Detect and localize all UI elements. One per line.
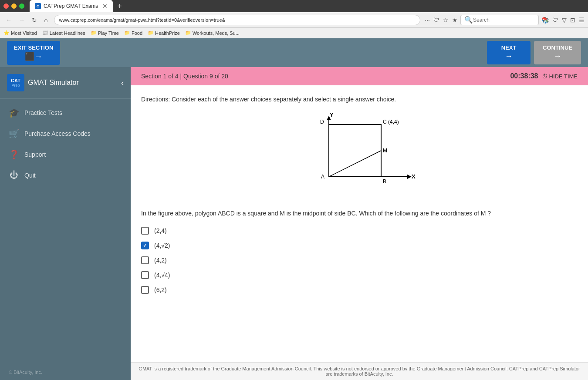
tab-favicon: C xyxy=(35,3,41,9)
search-input[interactable] xyxy=(473,17,534,23)
bookmark-latest-headlines[interactable]: 📰 Latest Headlines xyxy=(42,30,85,36)
answer-item-a: (2,4) xyxy=(141,227,578,235)
timer-display: 00:38:38 xyxy=(510,72,538,80)
next-label: NEXT xyxy=(501,44,517,51)
question-area: Section 1 of 4 | Question 9 of 20 00:38:… xyxy=(131,67,588,380)
sidebar-item-purchase-access[interactable]: 🛒 Purchase Access Codes xyxy=(0,123,131,144)
hide-time-button[interactable]: ⏱ HIDE TIME xyxy=(542,73,578,80)
browser-tab[interactable]: C CATPrep GMAT Exams ✕ xyxy=(30,0,113,12)
answer-item-c: (4,2) xyxy=(141,256,578,264)
bookmark-workouts[interactable]: 📁 Workouts, Meds, Su... xyxy=(185,30,240,36)
folder-icon: 📁 xyxy=(91,30,97,36)
graduation-cap-icon: 🎓 xyxy=(9,108,19,118)
bookmark-healthprize[interactable]: 📁 HealthPrize xyxy=(148,30,180,36)
star-icon[interactable]: ☆ xyxy=(443,17,449,24)
sidebar-footer: © BitAcuity, Inc. xyxy=(0,364,131,380)
folder-icon4: 📁 xyxy=(185,30,191,36)
graph-container: X Y A B C (4,4) D M xyxy=(141,111,578,198)
sidebar: CAT Prep GMAT Simulator ‹ 🎓 Practice Tes… xyxy=(0,67,131,380)
checkbox-c[interactable] xyxy=(141,256,149,264)
bookmark-most-visited[interactable]: ⭐ Most Visited xyxy=(3,30,37,36)
exit-section-label: EXIT SECTION xyxy=(14,44,53,51)
question-content: Directions: Consider each of the answer … xyxy=(131,85,588,362)
directions-text: Directions: Consider each of the answer … xyxy=(141,96,578,103)
shield-icon[interactable]: 🛡 xyxy=(433,17,439,24)
practice-tests-label: Practice Tests xyxy=(24,109,62,116)
browser-nav-icons: ··· 🛡 ☆ ★ xyxy=(425,17,458,24)
main-area: CAT Prep GMAT Simulator ‹ 🎓 Practice Tes… xyxy=(0,67,588,380)
checkbox-b[interactable] xyxy=(141,242,149,249)
section-info: Section 1 of 4 | Question 9 of 20 xyxy=(141,73,228,80)
tab-title: CATPrep GMAT Exams xyxy=(44,3,98,9)
bookmark-label: Most Visited xyxy=(11,30,37,36)
new-tab-button[interactable]: + xyxy=(117,2,122,11)
exit-icon: ⬛→ xyxy=(25,52,42,61)
minimize-button[interactable] xyxy=(11,3,17,9)
home-button[interactable]: ⌂ xyxy=(42,16,50,24)
app-footer: GMAT is a registered trademark of the Gr… xyxy=(131,362,588,380)
cart-icon: 🛒 xyxy=(9,128,19,139)
answer-text-a: (2,4) xyxy=(154,227,167,234)
star-filled-icon[interactable]: ★ xyxy=(452,17,458,24)
clock-icon: ⏱ xyxy=(542,73,547,80)
bookmark-food[interactable]: 📁 Food xyxy=(124,30,142,36)
folder-icon2: 📁 xyxy=(124,30,130,36)
svg-rect-4 xyxy=(329,124,381,177)
rss-icon: 📰 xyxy=(42,30,48,36)
sidebar-item-support[interactable]: ❓ Support xyxy=(0,144,131,165)
tab-close-button[interactable]: ✕ xyxy=(102,3,108,10)
shield2-icon[interactable]: 🛡 xyxy=(552,17,558,24)
library-icon[interactable]: 📚 xyxy=(541,17,549,24)
vpn-icon[interactable]: ▽ xyxy=(562,17,567,24)
url-bar[interactable]: www.catprep.com/exams/gmat/gmat-pwa.html… xyxy=(54,15,420,25)
tab-groups-icon[interactable]: ⊡ xyxy=(570,17,575,24)
close-button[interactable] xyxy=(3,3,9,9)
logo-box: CAT Prep xyxy=(7,74,24,91)
checkbox-a[interactable] xyxy=(141,227,149,235)
footer-text: GMAT is a registered trademark of the Gr… xyxy=(139,366,580,377)
checkbox-d[interactable] xyxy=(141,271,149,279)
sidebar-item-practice-tests[interactable]: 🎓 Practice Tests xyxy=(0,102,131,123)
back-button[interactable]: ← xyxy=(3,16,14,24)
folder-icon3: 📁 xyxy=(148,30,154,36)
answer-text-d: (4,√4) xyxy=(154,272,170,279)
forward-button[interactable]: → xyxy=(17,16,27,24)
point-a-label: A xyxy=(321,174,324,180)
url-text: www.catprep.com/exams/gmat/gmat-pwa.html… xyxy=(59,17,225,23)
point-m-label: M xyxy=(383,148,387,154)
bookmark-label: HealthPrize xyxy=(155,30,180,36)
bookmark-label: Play Time xyxy=(98,30,119,36)
next-button[interactable]: NEXT → xyxy=(487,41,531,64)
svg-line-5 xyxy=(329,151,381,177)
continue-button[interactable]: CONTINUE → xyxy=(534,41,581,64)
toolbar-right-buttons: NEXT → CONTINUE → xyxy=(487,41,581,64)
svg-marker-1 xyxy=(407,175,412,179)
browser-navbar: ← → ↻ ⌂ www.catprep.com/exams/gmat/gmat-… xyxy=(0,12,588,28)
bookmark-play-time[interactable]: 📁 Play Time xyxy=(91,30,119,36)
power-icon: ⏻ xyxy=(9,170,19,180)
checkbox-e[interactable] xyxy=(141,286,149,294)
browser-titlebar: C CATPrep GMAT Exams ✕ + xyxy=(0,0,588,12)
continue-arrow-icon: → xyxy=(554,52,561,61)
bookmark-label: Latest Headlines xyxy=(50,30,85,36)
quit-label: Quit xyxy=(24,172,36,179)
point-d-label: D xyxy=(320,119,324,125)
maximize-button[interactable] xyxy=(19,3,24,9)
menu-icon[interactable]: ☰ xyxy=(579,17,585,24)
exit-section-button[interactable]: EXIT SECTION ⬛→ xyxy=(7,41,60,65)
reload-button[interactable]: ↻ xyxy=(30,16,39,24)
sidebar-logo: CAT Prep GMAT Simulator xyxy=(7,74,79,91)
coordinate-graph: X Y A B C (4,4) D M xyxy=(294,111,425,198)
sidebar-header: CAT Prep GMAT Simulator ‹ xyxy=(0,67,131,99)
search-bar[interactable]: 🔍 xyxy=(460,15,539,25)
answer-text-c: (4,2) xyxy=(154,257,167,264)
x-axis-label: X xyxy=(412,173,416,180)
more-options-icon[interactable]: ··· xyxy=(425,17,430,24)
star-bookmark-icon: ⭐ xyxy=(3,30,10,36)
bookmark-label: Food xyxy=(132,30,142,36)
copyright-text: © BitAcuity, Inc. xyxy=(9,370,42,375)
collapse-sidebar-button[interactable]: ‹ xyxy=(121,78,124,87)
continue-label: CONTINUE xyxy=(543,44,572,51)
point-b-label: B xyxy=(383,178,386,185)
sidebar-item-quit[interactable]: ⏻ Quit xyxy=(0,165,131,185)
